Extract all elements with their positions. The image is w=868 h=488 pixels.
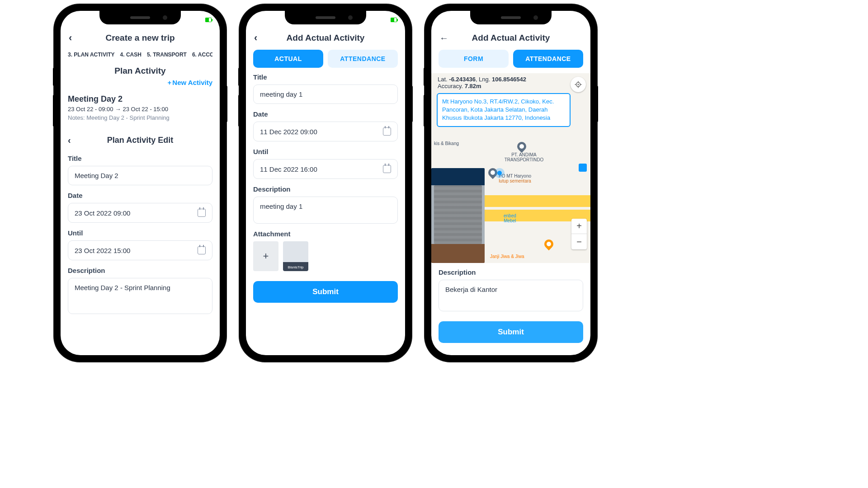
- date-input[interactable]: 23 Oct 2022 09:00: [68, 203, 212, 223]
- desc-label: Description: [68, 267, 212, 274]
- tab-form[interactable]: FORM: [439, 50, 509, 68]
- bus-icon: [579, 164, 587, 172]
- tabs: ACTUAL ATTENDANCE: [253, 50, 398, 68]
- page-title: Add Actual Activity: [287, 33, 365, 43]
- desc-input[interactable]: Meeting Day 2 - Sprint Planning: [68, 278, 212, 314]
- map-poi-label: enbedMebel: [504, 213, 516, 223]
- address-box[interactable]: Mt Haryono No.3, RT.4/RW.2, Cikoko, Kec.…: [437, 93, 571, 127]
- until-input[interactable]: 23 Oct 2022 15:00: [68, 240, 212, 260]
- section-title: Plan Activity: [68, 66, 212, 76]
- calendar-icon: [198, 246, 206, 254]
- step-6[interactable]: 6. ACCOM: [192, 52, 212, 58]
- tabs: FORM ATTENDANCE: [439, 50, 583, 68]
- back-button[interactable]: ←: [439, 33, 448, 43]
- header: ‹ Add Actual Activity: [253, 29, 398, 47]
- phone-create-trip: ‹ Create a new trip 3. PLAN ACTIVITY 4. …: [54, 5, 226, 361]
- page-title: Add Actual Activity: [472, 33, 550, 43]
- edit-header: ‹ Plan Activity Edit: [68, 132, 212, 148]
- title-label: Title: [253, 73, 398, 81]
- desc-label: Description: [439, 268, 583, 276]
- map-poi-label: kis & Bikang: [434, 141, 459, 146]
- step-3[interactable]: 3. PLAN ACTIVITY: [68, 52, 115, 58]
- location-dot-icon: [495, 168, 505, 178]
- battery-icon: [391, 18, 397, 22]
- crosshair-icon: [574, 80, 582, 89]
- until-label: Until: [253, 148, 398, 155]
- phone-attendance: ← Add Actual Activity FORM ATTENDANCE La…: [425, 5, 597, 361]
- add-attachment-button[interactable]: +: [253, 241, 278, 271]
- date-input[interactable]: 11 Dec 2022 09:00: [253, 122, 398, 141]
- until-input[interactable]: 11 Dec 2022 16:00: [253, 159, 398, 179]
- step-4[interactable]: 4. CASH: [120, 52, 142, 58]
- activity-notes: Notes: Meeting Day 2 - Sprint Planning: [68, 114, 212, 121]
- desc-input[interactable]: Bekerja di Kantor: [439, 280, 583, 311]
- header: ‹ Create a new trip: [68, 29, 212, 47]
- tab-attendance[interactable]: ATTENDANCE: [513, 50, 583, 68]
- location-info: Lat. -6.243436, Lng. 106.8546542 Accurac…: [438, 76, 526, 89]
- submit-button[interactable]: Submit: [439, 321, 583, 343]
- photo-preview[interactable]: [431, 168, 485, 263]
- date-label: Date: [253, 110, 398, 118]
- title-label: Title: [68, 155, 212, 162]
- back-button[interactable]: ‹: [69, 32, 72, 44]
- attach-label: Attachment: [253, 230, 398, 238]
- zoom-out-button[interactable]: −: [571, 234, 587, 249]
- zoom-controls: + −: [571, 219, 587, 249]
- activity-time: 23 Oct 22 - 09:00→23 Oct 22 - 15:00: [68, 106, 212, 113]
- activity-card[interactable]: Meeting Day 2 23 Oct 22 - 09:00→23 Oct 2…: [68, 94, 212, 121]
- plus-icon: +: [168, 79, 172, 86]
- map-area[interactable]: Lat. -6.243436, Lng. 106.8546542 Accurac…: [431, 73, 590, 263]
- calendar-icon: [383, 127, 391, 136]
- step-5[interactable]: 5. TRANSPORT: [147, 52, 187, 58]
- date-label: Date: [68, 192, 212, 199]
- until-label: Until: [68, 229, 212, 237]
- screen: ‹ Add Actual Activity ACTUAL ATTENDANCE …: [246, 11, 405, 355]
- tab-attendance[interactable]: ATTENDANCE: [328, 50, 398, 68]
- calendar-icon: [198, 209, 206, 217]
- attachment-row: + BisnisTrip: [253, 241, 398, 271]
- activity-title: Meeting Day 2: [68, 94, 212, 104]
- edit-back-button[interactable]: ‹: [68, 135, 71, 145]
- title-input[interactable]: Meeting Day 2: [68, 166, 212, 185]
- map-poi-label: Janji Jiwa & Jiwa: [490, 254, 524, 259]
- header: ← Add Actual Activity: [439, 29, 583, 47]
- map-marker-icon: [542, 238, 555, 250]
- screen: ‹ Create a new trip 3. PLAN ACTIVITY 4. …: [61, 11, 220, 355]
- back-button[interactable]: ‹: [254, 32, 257, 44]
- submit-button[interactable]: Submit: [253, 281, 398, 303]
- screen: ← Add Actual Activity FORM ATTENDANCE La…: [431, 11, 590, 355]
- zoom-in-button[interactable]: +: [571, 219, 587, 234]
- attachment-thumb[interactable]: BisnisTrip: [283, 241, 308, 271]
- page-title: Create a new trip: [105, 33, 175, 43]
- new-activity-button[interactable]: +New Activity: [68, 79, 212, 86]
- battery-icon: [205, 18, 212, 22]
- map-poi-label: PT. ANDIMA TRANSPORTINDO: [501, 152, 547, 162]
- phone-add-actual: ‹ Add Actual Activity ACTUAL ATTENDANCE …: [240, 5, 411, 361]
- desc-label: Description: [253, 185, 398, 193]
- desc-input[interactable]: meeting day 1: [253, 197, 398, 224]
- title-input[interactable]: meeting day 1: [253, 84, 398, 104]
- wizard-steps: 3. PLAN ACTIVITY 4. CASH 5. TRANSPORT 6.…: [68, 52, 212, 58]
- tab-actual[interactable]: ACTUAL: [253, 50, 323, 68]
- map-marker-icon: [515, 140, 528, 153]
- svg-point-1: [578, 84, 579, 85]
- locate-button[interactable]: [571, 77, 586, 92]
- calendar-icon: [383, 165, 391, 173]
- edit-title: Plan Activity Edit: [107, 136, 173, 145]
